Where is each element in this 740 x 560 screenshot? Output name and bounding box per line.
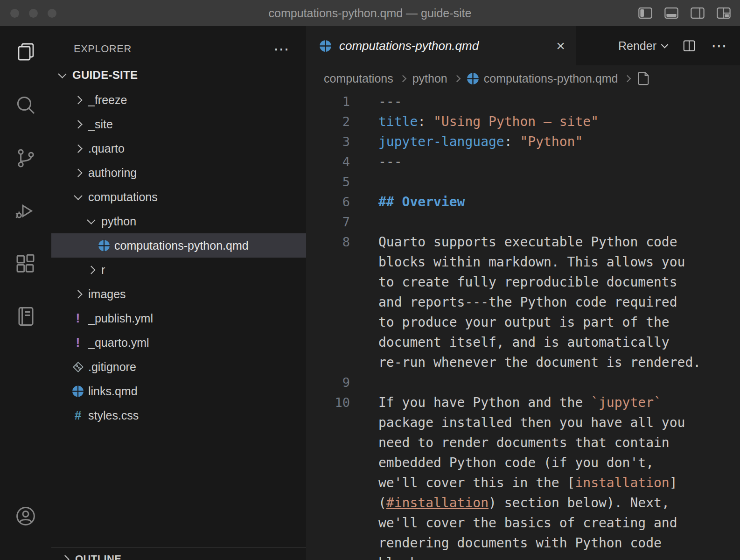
code-text: to produce your output is part of the xyxy=(350,312,670,332)
activity-extensions-icon[interactable] xyxy=(0,237,51,290)
close-tab-icon[interactable]: × xyxy=(556,38,565,53)
code-text: Quarto supports executable Python code xyxy=(350,232,677,252)
line-number: 1 xyxy=(306,91,350,112)
editor-actions: Render ⋯ xyxy=(618,26,740,65)
quarto-icon xyxy=(98,239,110,252)
code-line[interactable]: need to render documents that contain xyxy=(306,433,740,453)
toggle-sidebar-icon[interactable] xyxy=(637,6,653,20)
code-line[interactable]: we'll cover this in the [installation] xyxy=(306,473,740,493)
render-button[interactable]: Render xyxy=(618,39,667,53)
code-line[interactable]: 10If you have Python and the `jupyter` xyxy=(306,392,740,413)
vscode-window: computations-python.qmd — guide-site xyxy=(0,0,740,560)
explorer-header: EXPLORER ⋯ xyxy=(51,26,306,63)
tree-item-label: python xyxy=(101,215,136,228)
code-line[interactable]: 7 xyxy=(306,212,740,232)
chevron-right-icon xyxy=(74,144,82,153)
outline-section-header[interactable]: OUTLINE xyxy=(51,547,306,560)
line-number xyxy=(306,553,350,560)
code-line[interactable]: embedded Python code (if you don't, xyxy=(306,453,740,473)
line-number: 10 xyxy=(306,392,350,413)
tree-item[interactable]: python xyxy=(51,209,306,233)
tree-item[interactable]: _freeze xyxy=(51,88,306,112)
tree-item[interactable]: !_publish.yml xyxy=(51,306,306,330)
code-line[interactable]: 8Quarto supports executable Python code xyxy=(306,232,740,252)
close-window-button[interactable] xyxy=(10,9,19,18)
code-line[interactable]: blocks. xyxy=(306,553,740,560)
more-actions-icon[interactable]: ⋯ xyxy=(711,42,727,49)
toggle-secondary-sidebar-icon[interactable] xyxy=(690,6,705,20)
zoom-window-button[interactable] xyxy=(48,9,56,18)
breadcrumb-item[interactable]: python xyxy=(412,72,447,85)
code-line[interactable]: document itself, and is automatically xyxy=(306,332,740,352)
tree-item[interactable]: authoring xyxy=(51,161,306,185)
tab-label: computations-python.qmd xyxy=(339,39,479,53)
line-number xyxy=(306,473,350,493)
code-text: embedded Python code (if you don't, xyxy=(350,453,654,473)
chevron-right-icon xyxy=(87,266,95,274)
code-text: blocks. xyxy=(350,553,433,560)
tree-item[interactable]: images xyxy=(51,282,306,306)
line-number xyxy=(306,413,350,433)
tree-item-label: authoring xyxy=(88,166,137,180)
code-text: (#installation) section below). Next, xyxy=(350,493,670,513)
explorer-sidebar: EXPLORER ⋯ GUIDE-SITE _freeze_site.quart… xyxy=(51,26,306,560)
line-number: 6 xyxy=(306,192,350,212)
breadcrumb-label: computations xyxy=(324,72,393,85)
code-line[interactable]: 3jupyter-language: "Python" xyxy=(306,132,740,152)
toggle-panel-icon[interactable] xyxy=(663,6,679,20)
code-line[interactable]: 2title: "Using Python — site" xyxy=(306,112,740,132)
tree-root-guide-site[interactable]: GUIDE-SITE xyxy=(51,63,306,88)
tree-item[interactable]: _site xyxy=(51,112,306,136)
explorer-title: EXPLORER xyxy=(74,43,273,55)
minimize-window-button[interactable] xyxy=(29,9,38,18)
code-text: rendering documents with Python code xyxy=(350,533,662,553)
tree-item[interactable]: .gitignore xyxy=(51,355,306,379)
code-line[interactable]: 1--- xyxy=(306,91,740,112)
chevron-right-icon xyxy=(74,290,82,298)
tree-item[interactable]: !_quarto.yml xyxy=(51,330,306,355)
tree-item-label: .gitignore xyxy=(88,360,136,374)
code-text: --- xyxy=(350,152,402,172)
code-line[interactable]: re-run whenever the document is rendered… xyxy=(306,352,740,372)
activity-account-icon[interactable] xyxy=(0,490,51,542)
code-line[interactable]: package installed then you have all you xyxy=(306,413,740,433)
quarto-icon xyxy=(467,72,479,85)
tree-item[interactable]: r xyxy=(51,258,306,282)
tree-item[interactable]: .quarto xyxy=(51,136,306,161)
code-line[interactable]: to create fully reproducible documents xyxy=(306,272,740,292)
breadcrumb-item[interactable]: computations-python.qmd xyxy=(467,72,618,85)
tree-item[interactable]: links.qmd xyxy=(51,379,306,403)
quarto-icon xyxy=(72,385,84,398)
explorer-more-actions-icon[interactable]: ⋯ xyxy=(273,45,289,53)
activity-explorer-icon[interactable] xyxy=(0,26,51,79)
code-line[interactable]: 4--- xyxy=(306,152,740,172)
code-line[interactable]: 5 xyxy=(306,172,740,192)
code-line[interactable]: 6## Overview xyxy=(306,192,740,212)
code-line[interactable]: we'll cover the basics of creating and xyxy=(306,513,740,533)
code-text: need to render documents that contain xyxy=(350,433,670,453)
tree-item[interactable]: computations xyxy=(51,185,306,209)
breadcrumb-item[interactable]: computations xyxy=(324,72,393,85)
code-line[interactable]: rendering documents with Python code xyxy=(306,533,740,553)
line-number xyxy=(306,513,350,533)
activity-notebook-icon[interactable] xyxy=(0,290,51,343)
activity-search-icon[interactable] xyxy=(0,79,51,132)
code-line[interactable]: to produce your output is part of the xyxy=(306,312,740,332)
activity-run-debug-icon[interactable] xyxy=(0,184,51,237)
code-line[interactable]: blocks within markdown. This allows you xyxy=(306,252,740,272)
tree-item[interactable]: #styles.css xyxy=(51,403,306,427)
chevron-right-icon xyxy=(624,75,631,82)
line-number xyxy=(306,312,350,332)
tab-computations-python[interactable]: computations-python.qmd × xyxy=(306,26,576,65)
code-text xyxy=(350,212,378,232)
activity-source-control-icon[interactable] xyxy=(0,132,51,184)
customize-layout-icon[interactable] xyxy=(716,6,732,20)
code-line[interactable]: (#installation) section below). Next, xyxy=(306,493,740,513)
split-editor-icon[interactable] xyxy=(682,39,696,53)
tree-item-label: _freeze xyxy=(88,93,127,107)
code-line[interactable]: 9 xyxy=(306,372,740,392)
code-text xyxy=(350,172,378,192)
editor-code[interactable]: 1---2title: "Using Python — site"3jupyte… xyxy=(306,91,740,560)
tree-item[interactable]: computations-python.qmd xyxy=(51,233,306,258)
code-line[interactable]: and reports---the Python code required xyxy=(306,292,740,312)
